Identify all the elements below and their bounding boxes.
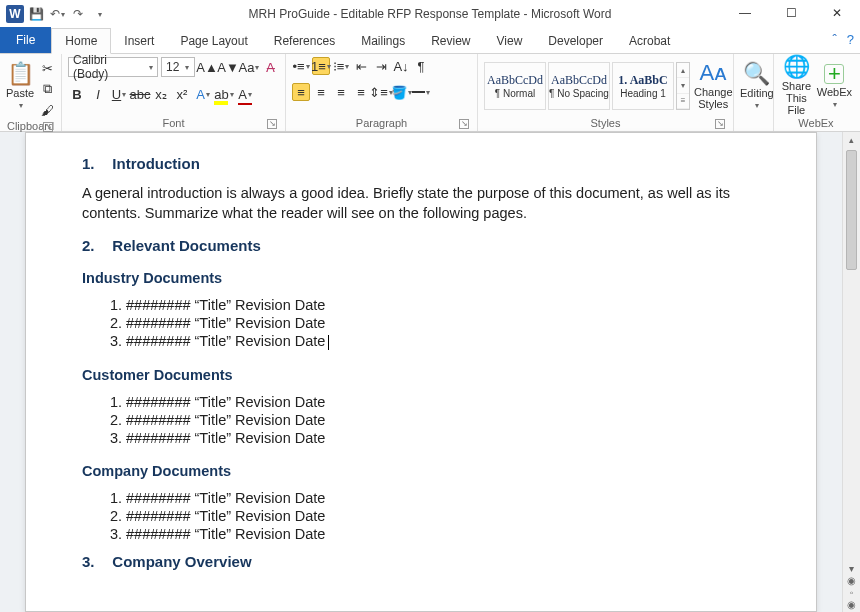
scroll-up-icon[interactable]: ▴ [843,132,860,148]
change-styles-button[interactable]: Aᴀ Change Styles [694,57,733,115]
borders-icon[interactable]: ▾ [412,83,430,101]
format-painter-icon[interactable]: 🖌 [38,101,56,119]
qat-customize-icon[interactable]: ▾ [90,5,108,23]
share-icon: 🌐 [783,56,810,78]
multilevel-list-icon[interactable]: ⁝≡▾ [332,57,350,75]
text-effects-icon[interactable]: A▾ [194,85,212,103]
tab-review[interactable]: Review [418,29,483,53]
minimize-button[interactable]: — [722,0,768,26]
font-color-icon[interactable]: A▾ [236,85,254,103]
group-label-styles: Styles↘ [484,116,727,131]
editing-button[interactable]: 🔍 Editing ▾ [740,57,774,115]
webex-button[interactable]: + WebEx ▾ [817,57,852,115]
align-center-icon[interactable]: ≡ [312,83,330,101]
quick-access-toolbar: W 💾 ↶▾ ↷ ▾ [4,5,108,23]
grow-font-icon[interactable]: A▲ [198,58,216,76]
industry-list: ######## “Title” Revision Date ######## … [108,296,760,351]
justify-icon[interactable]: ≡ [352,83,370,101]
share-file-button[interactable]: 🌐 Share This File [780,57,813,115]
title-bar: W 💾 ↶▾ ↷ ▾ MRH ProGuide - Editable RFP R… [0,0,860,28]
subheading-company: Company Documents [82,463,760,479]
company-list: ######## “Title” Revision Date ######## … [108,489,760,543]
tab-mailings[interactable]: Mailings [348,29,418,53]
change-case-icon[interactable]: Aa▾ [240,58,258,76]
close-button[interactable]: ✕ [814,0,860,26]
group-styles: AaBbCcDd¶ Normal AaBbCcDd¶ No Spacing 1.… [478,54,734,131]
style-scroll-down[interactable]: ▾ [677,78,689,93]
increase-indent-icon[interactable]: ⇥ [372,57,390,75]
font-size-combo[interactable]: 12▾ [161,57,195,77]
word-app-icon[interactable]: W [6,5,24,23]
paste-button[interactable]: 📋 Paste ▾ [6,57,34,115]
undo-icon[interactable]: ↶▾ [48,5,66,23]
document-page[interactable]: 1. Introduction A general introduction i… [25,132,817,612]
previous-page-icon[interactable]: ◉ [847,575,856,586]
styles-dialog-launcher[interactable]: ↘ [715,119,725,129]
cut-icon[interactable]: ✂ [38,59,56,77]
text-cursor [328,335,329,350]
numbering-icon[interactable]: 1≡▾ [312,57,330,75]
intro-paragraph: A general introduction is always a good … [82,184,760,223]
tab-insert[interactable]: Insert [111,29,167,53]
scroll-down-icon[interactable]: ▾ [849,563,854,574]
clear-formatting-icon[interactable]: A̶ [261,58,279,76]
strikethrough-icon[interactable]: abc [131,85,149,103]
change-styles-label: Change Styles [694,86,733,110]
document-area: 1. Introduction A general introduction i… [0,132,860,612]
bold-icon[interactable]: B [68,85,86,103]
superscript-icon[interactable]: x² [173,85,191,103]
shrink-font-icon[interactable]: A▼ [219,58,237,76]
browse-object-icon[interactable]: ◦ [850,587,854,598]
minimize-ribbon-icon[interactable]: ˆ [832,32,836,47]
show-hide-icon[interactable]: ¶ [412,57,430,75]
highlight-icon[interactable]: ab▾ [215,85,233,103]
style-heading1[interactable]: 1. AaBbCHeading 1 [612,62,674,110]
line-spacing-icon[interactable]: ⇕≡▾ [372,83,390,101]
paragraph-dialog-launcher[interactable]: ↘ [459,119,469,129]
sort-icon[interactable]: A↓ [392,57,410,75]
tab-acrobat[interactable]: Acrobat [616,29,683,53]
plus-icon: + [824,64,844,84]
decrease-indent-icon[interactable]: ⇤ [352,57,370,75]
italic-icon[interactable]: I [89,85,107,103]
style-normal[interactable]: AaBbCcDd¶ Normal [484,62,546,110]
list-item: ######## “Title” Revision Date [126,332,760,351]
tab-developer[interactable]: Developer [535,29,616,53]
group-label-editing [740,116,767,131]
tab-references[interactable]: References [261,29,348,53]
copy-icon[interactable]: ⧉ [38,80,56,98]
group-clipboard: 📋 Paste ▾ ✂ ⧉ 🖌 Clipboard↘ [0,54,62,131]
vertical-scrollbar[interactable]: ▴ ▾ ◉ ◦ ◉ [842,132,860,612]
redo-icon[interactable]: ↷ [69,5,87,23]
font-name-combo[interactable]: Calibri (Body)▾ [68,57,158,77]
list-item: ######## “Title” Revision Date [126,525,760,543]
next-page-icon[interactable]: ◉ [847,599,856,610]
maximize-button[interactable]: ☐ [768,0,814,26]
bullets-icon[interactable]: •≡▾ [292,57,310,75]
align-left-icon[interactable]: ≡ [292,83,310,101]
group-font: Calibri (Body)▾ 12▾ A▲ A▼ Aa▾ A̶ B I U▾ … [62,54,286,131]
subscript-icon[interactable]: x₂ [152,85,170,103]
group-label-webex: WebEx [780,116,852,131]
align-right-icon[interactable]: ≡ [332,83,350,101]
group-webex: 🌐 Share This File + WebEx ▾ WebEx [774,54,858,131]
editing-label: Editing [740,87,774,99]
style-gallery-more[interactable]: ≡ [677,94,689,109]
clipboard-dialog-launcher[interactable]: ↘ [43,122,53,132]
subheading-industry: Industry Documents [82,270,760,286]
window-controls: — ☐ ✕ [722,0,860,26]
tab-home[interactable]: Home [51,28,111,54]
save-icon[interactable]: 💾 [27,5,45,23]
tab-view[interactable]: View [484,29,536,53]
list-item: ######## “Title” Revision Date [126,429,760,447]
scroll-thumb[interactable] [846,150,857,270]
font-dialog-launcher[interactable]: ↘ [267,119,277,129]
tab-page-layout[interactable]: Page Layout [167,29,260,53]
list-item: ######## “Title” Revision Date [126,296,760,314]
style-no-spacing[interactable]: AaBbCcDd¶ No Spacing [548,62,610,110]
help-icon[interactable]: ? [847,32,854,47]
style-scroll-up[interactable]: ▴ [677,63,689,78]
shading-icon[interactable]: 🪣▾ [392,83,410,101]
tab-file[interactable]: File [0,27,51,53]
underline-icon[interactable]: U▾ [110,85,128,103]
